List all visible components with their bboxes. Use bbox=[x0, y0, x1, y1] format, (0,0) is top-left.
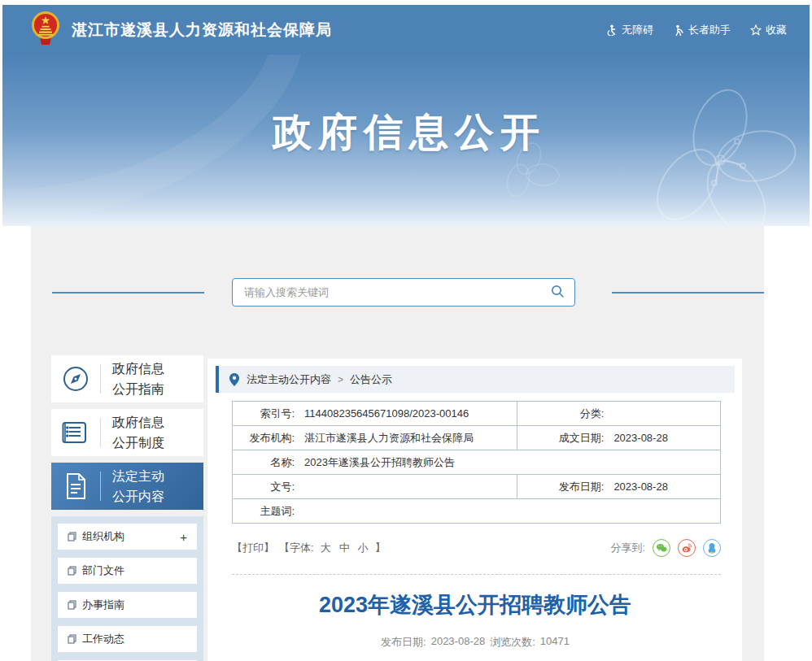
elder-assist-link[interactable]: 长者助手 bbox=[673, 23, 731, 37]
pages-icon bbox=[68, 532, 76, 541]
accessibility-icon bbox=[606, 24, 618, 36]
book-icon bbox=[51, 418, 100, 447]
sidebar-item-statutory-label: 法定主动 公开内容 bbox=[112, 466, 164, 507]
favorite-label: 收藏 bbox=[766, 23, 787, 37]
index-number-cell: 索引号:114408235645671098/2023-00146 bbox=[233, 402, 517, 426]
font-size-label-close: 】 bbox=[375, 541, 386, 555]
search-button[interactable] bbox=[540, 279, 574, 306]
search-divider-right bbox=[612, 292, 764, 294]
document-number-cell: 文号: bbox=[233, 475, 517, 499]
table-row: 发布机构:湛江市遂溪县人力资源和社会保障局 成文日期:2023-08-28 bbox=[233, 426, 721, 450]
content-panel: 政府信息 公开指南 政府信息 公开制度 bbox=[31, 226, 764, 661]
sidebar-subitem-department-files[interactable]: 部门文件 bbox=[58, 558, 197, 584]
views-label: 浏览次数: bbox=[490, 635, 535, 650]
print-font-controls: 【打印】 【字体: 大 中 小 】 bbox=[232, 541, 386, 555]
national-emblem-logo bbox=[29, 10, 62, 50]
share-label: 分享到: bbox=[610, 541, 645, 555]
document-meta-table: 索引号:114408235645671098/2023-00146 分类: 发布… bbox=[232, 401, 721, 524]
document-meta-table-wrap: 索引号:114408235645671098/2023-00146 分类: 发布… bbox=[232, 401, 721, 524]
table-row: 文号: 发布日期:2023-08-28 bbox=[233, 475, 721, 499]
accessibility-label: 无障碍 bbox=[622, 23, 653, 37]
sidebar-item-guide[interactable]: 政府信息 公开指南 bbox=[51, 355, 203, 402]
sidebar-subitem-service-guide[interactable]: 办事指南 bbox=[58, 592, 197, 618]
elder-assist-icon bbox=[673, 24, 684, 36]
site-title[interactable]: 湛江市遂溪县人力资源和社会保障局 bbox=[72, 20, 332, 41]
sidebar-item-statutory[interactable]: 法定主动 公开内容 bbox=[51, 463, 203, 510]
breadcrumb-item-statutory[interactable]: 法定主动公开内容 bbox=[247, 372, 331, 387]
article-meta: 发布日期: 2023-08-28 浏览次数: 10471 bbox=[216, 635, 735, 650]
accessibility-link[interactable]: 无障碍 bbox=[606, 23, 653, 37]
elder-assist-label: 长者助手 bbox=[688, 23, 731, 37]
breadcrumb: 法定主动公开内容 > 公告公示 bbox=[216, 366, 735, 393]
pages-icon bbox=[68, 566, 76, 576]
sidebar-subitem-organization[interactable]: 组织机构 + bbox=[58, 524, 197, 550]
favorite-star-icon bbox=[750, 24, 762, 36]
table-row: 名称:2023年遂溪县公开招聘教师公告 bbox=[233, 450, 721, 475]
location-pin-icon bbox=[229, 373, 239, 386]
wechat-share-button[interactable] bbox=[653, 539, 670, 557]
qq-share-button[interactable] bbox=[703, 539, 721, 557]
sidebar-item-guide-label: 政府信息 公开指南 bbox=[112, 359, 164, 399]
written-date-cell: 成文日期:2023-08-28 bbox=[517, 426, 721, 450]
publish-date-label: 发布日期: bbox=[381, 635, 426, 650]
page: 湛江市遂溪县人力资源和社会保障局 无障碍 bbox=[0, 0, 812, 661]
pages-icon bbox=[68, 600, 76, 610]
table-row: 主题词: bbox=[233, 499, 721, 524]
sidebar-item-rules[interactable]: 政府信息 公开制度 bbox=[51, 409, 203, 456]
publish-date-cell: 发布日期:2023-08-28 bbox=[517, 475, 721, 499]
breadcrumb-item-announcements[interactable]: 公告公示 bbox=[350, 372, 392, 387]
article-title: 2023年遂溪县公开招聘教师公告 bbox=[216, 590, 735, 620]
search-icon bbox=[550, 284, 565, 301]
font-size-medium-button[interactable]: 中 bbox=[339, 541, 350, 555]
compass-icon bbox=[51, 363, 100, 394]
subitem-label: 办事指南 bbox=[82, 598, 124, 612]
subitem-label: 部门文件 bbox=[82, 563, 124, 578]
divider bbox=[100, 364, 101, 394]
subitem-label: 工作动态 bbox=[82, 632, 124, 646]
font-size-large-button[interactable]: 大 bbox=[321, 541, 331, 555]
expand-plus-icon[interactable]: + bbox=[180, 530, 187, 544]
sidebar-nav: 政府信息 公开指南 政府信息 公开制度 bbox=[51, 355, 203, 661]
table-row: 索引号:114408235645671098/2023-00146 分类: bbox=[233, 402, 721, 426]
article-card: 法定主动公开内容 > 公告公示 索引号:114408235645671098/2… bbox=[207, 359, 742, 661]
font-size-label: 【字体: bbox=[279, 541, 314, 555]
favorite-link[interactable]: 收藏 bbox=[750, 23, 787, 37]
pages-icon bbox=[68, 634, 76, 644]
divider bbox=[100, 472, 101, 501]
search-divider-left bbox=[52, 292, 204, 294]
sidebar-submenu: 组织机构 + 部门文件 bbox=[51, 516, 203, 661]
search-input[interactable] bbox=[233, 286, 540, 298]
breadcrumb-separator: > bbox=[338, 374, 343, 385]
search-box bbox=[232, 278, 575, 307]
article-toolbar: 【打印】 【字体: 大 中 小 】 分享到: bbox=[232, 539, 721, 557]
document-icon bbox=[51, 471, 100, 502]
sidebar-subitem-work-news[interactable]: 工作动态 bbox=[58, 626, 197, 652]
weibo-share-button[interactable] bbox=[678, 539, 696, 557]
divider bbox=[100, 418, 101, 447]
banner-title: 政府信息公开 bbox=[2, 54, 810, 159]
header-links: 无障碍 长者助手 收藏 bbox=[606, 23, 787, 37]
sidebar-item-rules-label: 政府信息 公开制度 bbox=[112, 412, 164, 453]
category-cell: 分类: bbox=[517, 402, 721, 426]
publish-date-value: 2023-08-28 bbox=[431, 635, 486, 650]
site-header: 湛江市遂溪县人力资源和社会保障局 无障碍 bbox=[2, 5, 810, 54]
hero-banner: 政府信息公开 bbox=[2, 54, 810, 226]
views-value: 10471 bbox=[540, 635, 570, 650]
share-controls: 分享到: bbox=[610, 539, 721, 557]
dashed-divider bbox=[232, 574, 721, 575]
document-name-cell: 名称:2023年遂溪县公开招聘教师公告 bbox=[233, 450, 721, 475]
font-size-small-button[interactable]: 小 bbox=[358, 541, 369, 555]
print-button[interactable]: 【打印】 bbox=[232, 541, 274, 555]
subitem-label: 组织机构 bbox=[82, 529, 124, 544]
issuing-agency-cell: 发布机构:湛江市遂溪县人力资源和社会保障局 bbox=[233, 426, 517, 450]
subject-words-cell: 主题词: bbox=[233, 499, 721, 524]
